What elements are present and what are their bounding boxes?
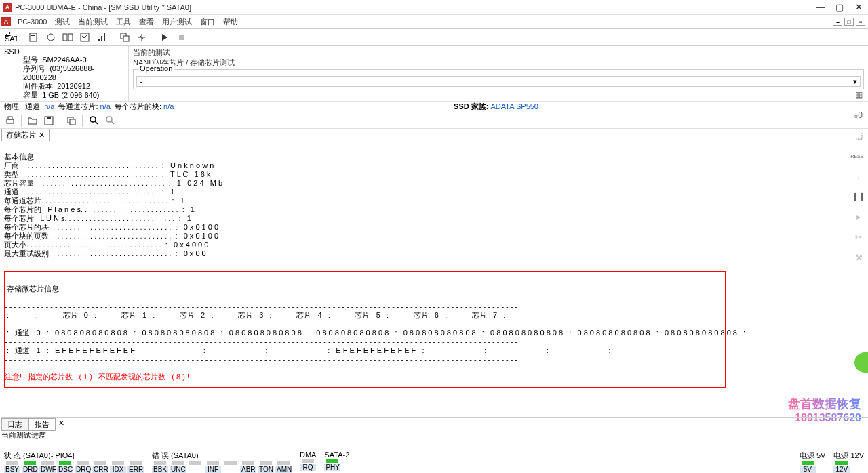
led-inf: INF [205, 461, 221, 473]
led-idx: IDX [110, 461, 126, 473]
bottom-tab-close[interactable]: ✕ [56, 418, 67, 431]
close-button[interactable]: ✕ [849, 0, 868, 15]
svg-text:SATA0: SATA0 [5, 35, 17, 43]
status-bar: 状 态 (SATA0)-[PIO4] BSYDRDDWFDSCDRQCRRIDX… [0, 449, 868, 473]
title-bar: A PC-3000 UDMA-E - China - [SM SSD Utili… [0, 0, 868, 15]
svg-rect-6 [63, 34, 67, 41]
save-button[interactable] [41, 114, 56, 127]
minimize-button[interactable]: — [811, 0, 830, 15]
rt-cut-icon[interactable]: ✂ [852, 230, 865, 244]
menu-app[interactable]: PC-3000 [14, 16, 51, 27]
led-indicator [94, 461, 106, 465]
right-tool-strip: ▦ ₀0 ⬚ RESET ↓ ❚❚ ▸ ✂ ⚒ [850, 88, 867, 264]
rt-0-icon[interactable]: ₀0 [852, 108, 865, 122]
info-row: SSD 型号 SM2246AA-0 序列号 (03)5526888-200802… [0, 46, 868, 102]
channel-key: 通道: [25, 102, 42, 110]
test-path: NAND闪存芯片 / 存储芯片测试 [133, 58, 864, 68]
rt-pause-icon[interactable]: ❚❚ [852, 190, 865, 203]
progress-label: 当前测试进度 [1, 430, 46, 440]
led-indicator [207, 461, 219, 465]
ssd-family-link[interactable]: ADATA SP550 [490, 102, 538, 110]
rt-down-icon[interactable]: ↓ [852, 169, 865, 183]
rt-id-icon[interactable]: ⬚ [852, 129, 865, 142]
tab-storage-chip[interactable]: 存储芯片 ✕ [1, 129, 50, 141]
open-button[interactable] [25, 114, 40, 127]
search-next-button[interactable] [102, 114, 117, 127]
mdi-close[interactable]: × [856, 18, 865, 26]
operation-dropdown[interactable]: -▾ [136, 76, 861, 87]
svg-rect-22 [47, 117, 51, 119]
led-indicator [59, 461, 71, 465]
menu-current-test[interactable]: 当前测试 [74, 16, 112, 28]
menu-user-test[interactable]: 用户测试 [158, 16, 196, 28]
window-title: PC-3000 UDMA-E - China - [SM SSD Utility… [15, 3, 811, 12]
led- [187, 461, 203, 473]
tab-log[interactable]: 日志 [1, 418, 28, 431]
led-crr: CRR [92, 461, 108, 473]
stop-button[interactable] [174, 30, 189, 45]
led-label: 12V [833, 466, 850, 473]
sata-port-button[interactable]: ⇄SATA0 [3, 30, 18, 45]
toolbar-btn-1[interactable] [26, 30, 41, 45]
console-output: 基本信息 厂商. . . . . . . . . . . . . . . . .… [0, 141, 868, 399]
physical-info-row: 物理: 通道: n/a 每通道芯片: n/a 每个芯片的块: n/a SSD 家… [0, 102, 868, 112]
search-icon-button[interactable] [86, 114, 101, 127]
toolbar-btn-3[interactable] [60, 30, 75, 45]
tab-report[interactable]: 报告 [28, 418, 56, 431]
menu-test[interactable]: 测试 [51, 16, 74, 28]
led-indicator [835, 461, 848, 465]
led-indicator [130, 461, 142, 465]
tab-close-icon[interactable]: ✕ [39, 131, 45, 140]
led-indicator [326, 459, 338, 463]
led-label: RQ [300, 464, 316, 471]
svg-rect-3 [31, 35, 35, 36]
led-phy: PHY [324, 459, 340, 471]
chip-info-box: 存储微芯片信息 - - - - - - - - - - - - - - - - … [4, 271, 726, 388]
operation-label: Operation [138, 64, 174, 73]
print-button[interactable] [3, 114, 18, 127]
toolbar-btn-4[interactable] [77, 30, 92, 45]
led-label: UNC [170, 466, 186, 473]
status-group-state: 状 态 (SATA0)-[PIO4] BSYDRDDWFDSCDRQCRRIDX… [4, 451, 144, 473]
rt-tool-icon[interactable]: ⚒ [852, 251, 865, 264]
toolbar-btn-2[interactable] [43, 30, 58, 45]
rt-doc-icon[interactable]: ▦ [852, 88, 865, 102]
perch-key: 每通道芯片: [58, 102, 98, 110]
toolbar-btn-5[interactable] [94, 30, 109, 45]
maximize-button[interactable]: ▢ [830, 0, 849, 15]
menu-help[interactable]: 帮助 [219, 16, 242, 28]
svg-rect-10 [101, 36, 102, 41]
led-label: PHY [324, 464, 340, 471]
mdi-restore[interactable]: □ [844, 18, 854, 26]
svg-line-5 [53, 39, 55, 41]
svg-rect-18 [179, 35, 184, 40]
led-indicator [189, 461, 201, 465]
menu-window[interactable]: 窗口 [196, 16, 219, 28]
toolbar-btn-7[interactable] [134, 30, 149, 45]
status-sata-title: SATA-2 [324, 451, 349, 459]
mdi-minimize[interactable]: ‒ [833, 18, 842, 26]
menu-view[interactable]: 查看 [135, 16, 158, 28]
model-key: 型号 [23, 56, 38, 64]
chevron-down-icon: ▾ [853, 77, 857, 86]
toolbar-btn-6[interactable] [117, 30, 132, 45]
svg-rect-2 [30, 33, 37, 41]
led-label: CRR [92, 466, 108, 473]
led-indicator [802, 461, 814, 465]
play-button[interactable] [157, 30, 172, 45]
copy-button[interactable] [64, 114, 79, 127]
led-amn: AMN [275, 461, 292, 473]
rt-play-icon[interactable]: ▸ [852, 210, 865, 224]
led-indicator [224, 461, 237, 465]
led-drd: DRD [22, 461, 38, 473]
fw-value: 20120912 [57, 82, 90, 90]
led-rq: RQ [300, 459, 316, 471]
status-12v-title: 电源 12V [833, 451, 864, 461]
led-indicator [112, 461, 124, 465]
led-label: TON [258, 466, 274, 473]
led-5v: 5V [800, 461, 816, 473]
menu-tools[interactable]: 工具 [112, 16, 135, 28]
rt-reset-icon[interactable]: RESET [852, 149, 865, 163]
ssd-label: SSD [4, 47, 124, 56]
status-group-error: 错 误 (SATA0) BBKUNCINFABRTONAMN [152, 451, 292, 473]
